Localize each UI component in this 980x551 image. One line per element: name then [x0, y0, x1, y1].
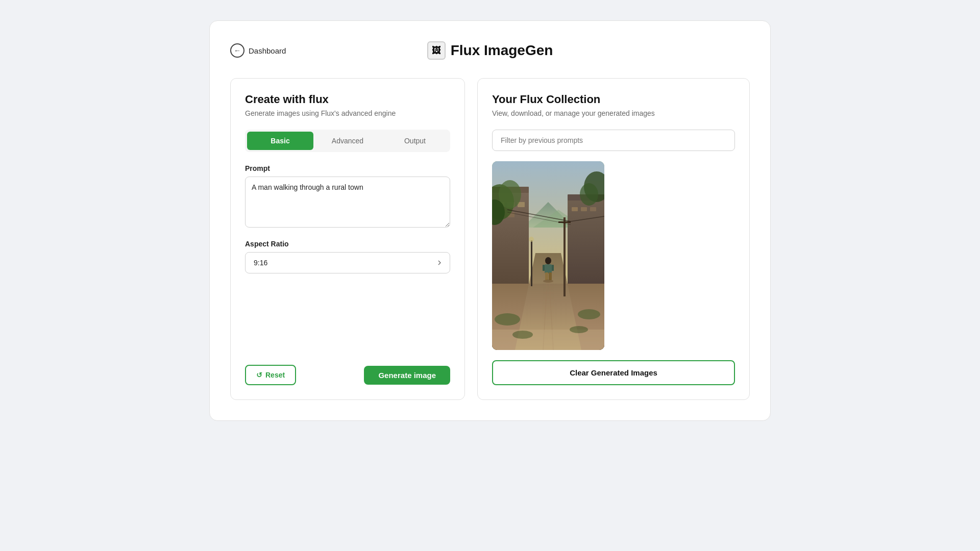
svg-rect-14: [590, 207, 596, 211]
app-title: Flux ImageGen: [451, 42, 553, 59]
aspect-ratio-select[interactable]: 9:16 1:1 16:9 4:3 3:4: [245, 252, 450, 273]
svg-rect-12: [572, 207, 578, 211]
svg-point-40: [512, 331, 533, 339]
tab-advanced[interactable]: Advanced: [314, 132, 381, 150]
generated-image: [492, 161, 604, 350]
back-icon: ←: [230, 43, 244, 58]
svg-point-42: [570, 326, 588, 333]
create-panel-subtitle: Generate images using Flux's advanced en…: [245, 109, 450, 117]
clear-images-button[interactable]: Clear Generated Images: [492, 360, 735, 385]
svg-point-31: [545, 257, 551, 264]
main-content: Create with flux Generate images using F…: [230, 78, 750, 400]
svg-rect-24: [564, 217, 566, 296]
aspect-ratio-group: Aspect Ratio 9:16 1:1 16:9 4:3 3:4: [245, 240, 450, 273]
app-header: ← Dashboard 🖼 Flux ImageGen: [230, 41, 750, 60]
prompt-field-group: Prompt: [245, 164, 450, 230]
generated-image-wrapper: [492, 161, 735, 350]
svg-point-19: [580, 183, 598, 206]
generate-button[interactable]: Generate image: [364, 366, 450, 385]
svg-rect-13: [581, 207, 587, 211]
tab-group: Basic Advanced Output: [245, 130, 450, 152]
collection-title: Your Flux Collection: [492, 93, 735, 106]
create-panel: Create with flux Generate images using F…: [230, 78, 465, 400]
svg-point-41: [578, 309, 600, 319]
reset-button[interactable]: ↺ Reset: [245, 365, 296, 385]
prompt-textarea[interactable]: [245, 177, 450, 228]
svg-rect-38: [492, 330, 604, 350]
svg-rect-36: [552, 265, 554, 271]
tab-output[interactable]: Output: [382, 132, 448, 150]
image-gallery: [492, 161, 735, 350]
svg-rect-33: [545, 272, 548, 280]
app-container: ← Dashboard 🖼 Flux ImageGen Create with …: [209, 20, 771, 421]
filter-input[interactable]: [492, 130, 735, 151]
dashboard-label: Dashboard: [249, 46, 286, 55]
reset-icon: ↺: [256, 371, 262, 379]
app-logo-icon: 🖼: [427, 41, 446, 60]
create-panel-title: Create with flux: [245, 93, 450, 106]
svg-point-30: [529, 237, 534, 242]
aspect-ratio-label: Aspect Ratio: [245, 240, 450, 248]
svg-rect-32: [545, 264, 552, 273]
svg-rect-29: [531, 240, 532, 286]
tab-basic[interactable]: Basic: [247, 132, 313, 150]
dashboard-link[interactable]: ← Dashboard: [230, 43, 286, 58]
collection-subtitle: View, download, or manage your generated…: [492, 109, 735, 117]
svg-rect-35: [543, 265, 545, 271]
svg-point-37: [543, 280, 553, 283]
create-panel-footer: ↺ Reset Generate image: [245, 355, 450, 385]
svg-point-39: [495, 313, 520, 325]
reset-label: Reset: [265, 371, 285, 379]
scene-svg: [492, 161, 604, 350]
prompt-label: Prompt: [245, 164, 450, 172]
app-title-group: 🖼 Flux ImageGen: [427, 41, 553, 60]
svg-rect-34: [549, 272, 552, 280]
collection-panel: Your Flux Collection View, download, or …: [477, 78, 750, 400]
